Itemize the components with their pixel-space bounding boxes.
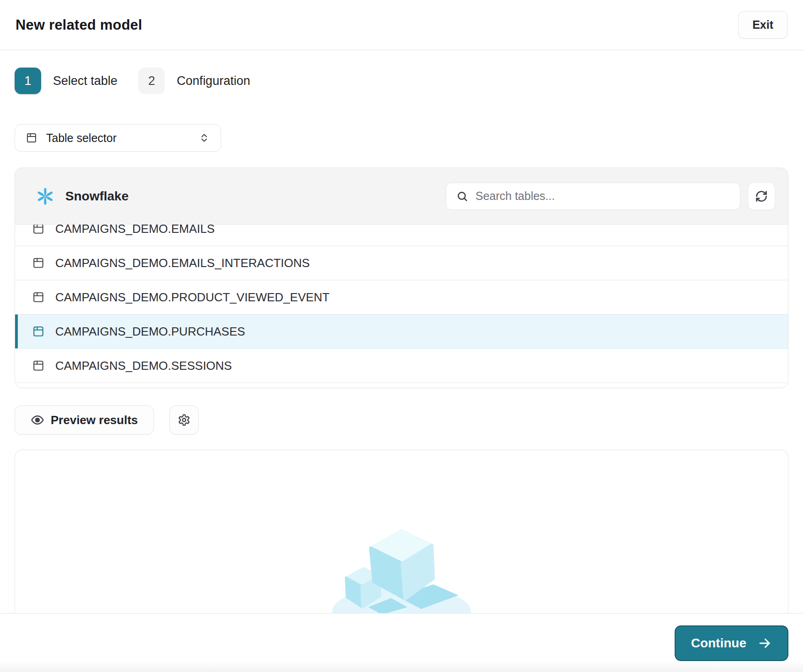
step-select-table[interactable]: 1 Select table xyxy=(15,68,117,94)
table-icon xyxy=(32,257,44,269)
refresh-tables-button[interactable] xyxy=(748,183,775,210)
snowflake-logo xyxy=(36,187,54,205)
table-selector-label: Table selector xyxy=(46,131,116,145)
chevron-up-down-icon xyxy=(199,132,210,143)
table-icon xyxy=(26,132,37,143)
refresh-icon xyxy=(755,190,768,203)
continue-button[interactable]: Continue xyxy=(675,625,788,661)
step-1-badge: 1 xyxy=(15,68,41,94)
actions-row: Preview results xyxy=(15,405,788,435)
step-2-label: Configuration xyxy=(177,74,250,88)
main-content: 1 Select table 2 Configuration Table sel… xyxy=(0,50,803,613)
table-icon xyxy=(32,326,44,337)
exit-button[interactable]: Exit xyxy=(738,11,787,39)
table-row-label: CAMPAIGNS_DEMO.EMAILS_INTERACTIONS xyxy=(55,256,310,270)
step-1-label: Select table xyxy=(53,74,117,88)
footer-bar: Continue xyxy=(0,613,803,672)
table-row-label: CAMPAIGNS_DEMO.PRODUCT_VIEWED_EVENT xyxy=(55,290,330,304)
table-row[interactable]: CAMPAIGNS_DEMO.PRODUCT_VIEWED_EVENT xyxy=(15,280,788,315)
source-panel-header: Snowflake xyxy=(15,168,788,225)
gear-icon xyxy=(178,414,190,426)
table-icon xyxy=(32,291,44,303)
search-icon xyxy=(456,190,468,202)
preview-results-button[interactable]: Preview results xyxy=(15,405,154,435)
table-row-label: CAMPAIGNS_DEMO.EMAILS xyxy=(55,225,215,236)
table-icon xyxy=(32,360,44,372)
continue-button-label: Continue xyxy=(691,636,746,651)
snowflake-source-panel: Snowflake xyxy=(15,168,788,388)
step-configuration[interactable]: 2 Configuration xyxy=(138,68,250,94)
table-row[interactable]: CAMPAIGNS_DEMO.EMAILS xyxy=(15,225,788,246)
table-row-label: CAMPAIGNS_DEMO.PURCHASES xyxy=(55,325,245,339)
table-row[interactable]: CAMPAIGNS_DEMO.SESSIONS xyxy=(15,349,788,383)
settings-button[interactable] xyxy=(169,405,199,435)
preview-results-panel xyxy=(15,450,788,613)
table-selector-dropdown[interactable]: Table selector xyxy=(15,124,221,152)
source-name: Snowflake xyxy=(65,189,128,204)
ice-cubes-illustration xyxy=(326,522,477,613)
page-title: New related model xyxy=(16,17,142,33)
table-row-label: CAMPAIGNS_DEMO.SESSIONS xyxy=(55,359,232,373)
table-icon xyxy=(32,225,44,235)
search-tables-box[interactable] xyxy=(446,183,740,210)
table-list: CAMPAIGNS_DEMO.EMAILS CAMPAIGNS_DEMO.EMA… xyxy=(15,225,788,388)
topbar: New related model Exit xyxy=(0,0,803,50)
step-indicator: 1 Select table 2 Configuration xyxy=(15,68,788,94)
search-tables-input[interactable] xyxy=(475,189,730,203)
table-row[interactable]: CAMPAIGNS_DEMO.PURCHASES xyxy=(15,315,788,349)
eye-icon xyxy=(31,413,44,427)
exit-button-label: Exit xyxy=(752,18,773,31)
step-2-badge: 2 xyxy=(138,68,165,94)
table-row[interactable]: CAMPAIGNS_DEMO.EMAILS_INTERACTIONS xyxy=(15,246,788,280)
arrow-right-icon xyxy=(757,636,772,651)
preview-results-label: Preview results xyxy=(51,413,138,427)
